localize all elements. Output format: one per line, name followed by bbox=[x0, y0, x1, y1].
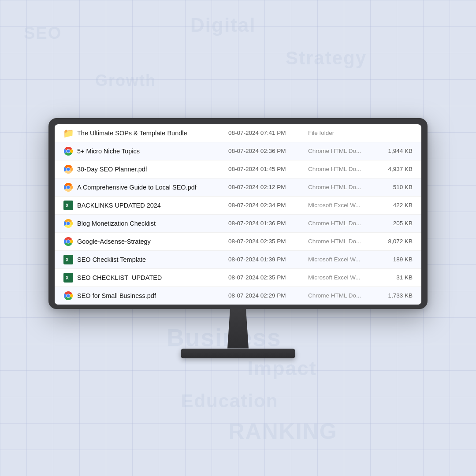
svg-point-23 bbox=[67, 294, 70, 297]
file-row[interactable]: Google-Adsense-Strategy 08-07-2024 02:35… bbox=[55, 232, 421, 250]
file-type-icon bbox=[63, 182, 73, 192]
file-date: 08-07-2024 02:36 PM bbox=[222, 142, 302, 160]
monitor-screen: 📁 The Ultimate SOPs & Template Bundle 08… bbox=[48, 118, 428, 309]
file-type: File folder bbox=[302, 124, 377, 142]
monitor: 📁 The Ultimate SOPs & Template Bundle 08… bbox=[48, 118, 428, 358]
file-name-cell: SEO for Small Business.pdf bbox=[63, 291, 216, 301]
file-name-cell: X SEO CHECKLIST_UPDATED bbox=[63, 273, 216, 283]
file-date: 08-07-2024 01:36 PM bbox=[222, 214, 302, 232]
file-name-cell: Blog Monetization Checklist bbox=[63, 219, 216, 228]
file-row[interactable]: A Comprehensive Guide to Local SEO.pdf 0… bbox=[55, 178, 421, 196]
file-date: 08-07-2024 02:34 PM bbox=[222, 196, 302, 214]
file-type: Microsoft Excel W... bbox=[302, 250, 377, 268]
svg-text:X: X bbox=[66, 275, 69, 280]
file-type-icon: X bbox=[63, 273, 73, 283]
monitor-base bbox=[181, 349, 295, 358]
file-type-icon bbox=[63, 237, 73, 246]
file-type: Chrome HTML Do... bbox=[302, 232, 377, 250]
file-name: The Ultimate SOPs & Template Bundle bbox=[77, 130, 187, 137]
file-type: Chrome HTML Do... bbox=[302, 286, 377, 305]
file-date: 08-07-2024 02:12 PM bbox=[222, 178, 302, 196]
excel-icon: X bbox=[63, 273, 73, 283]
excel-icon: X bbox=[63, 201, 73, 210]
file-date: 08-07-2024 02:35 PM bbox=[222, 232, 302, 250]
file-type-icon bbox=[63, 219, 73, 228]
file-row[interactable]: 5+ Micro Niche Topics 08-07-2024 02:36 P… bbox=[55, 142, 421, 160]
file-size bbox=[377, 124, 421, 142]
file-type-icon bbox=[63, 146, 73, 156]
file-size: 4,937 KB bbox=[377, 160, 421, 178]
file-name-cell: 📁 The Ultimate SOPs & Template Bundle bbox=[63, 128, 216, 138]
file-row[interactable]: SEO for Small Business.pdf 08-07-2024 02… bbox=[55, 286, 421, 305]
file-type-icon: X bbox=[63, 201, 73, 210]
file-name: 30-Day SEO Planner.pdf bbox=[77, 166, 147, 173]
monitor-neck bbox=[225, 309, 251, 349]
svg-point-16 bbox=[67, 240, 70, 243]
file-name-cell: Google-Adsense-Strategy bbox=[63, 237, 216, 246]
file-size: 189 KB bbox=[377, 250, 421, 268]
file-type: Microsoft Excel W... bbox=[302, 196, 377, 214]
file-size: 8,072 KB bbox=[377, 232, 421, 250]
file-type-icon bbox=[63, 291, 73, 301]
file-name-cell: 30-Day SEO Planner.pdf bbox=[63, 164, 216, 174]
svg-point-8 bbox=[67, 186, 70, 189]
file-name: 5+ Micro Niche Topics bbox=[77, 148, 140, 155]
file-type: Microsoft Excel W... bbox=[302, 268, 377, 286]
file-type: Chrome HTML Do... bbox=[302, 160, 377, 178]
file-date: 08-07-2024 01:45 PM bbox=[222, 160, 302, 178]
file-date: 08-07-2024 02:29 PM bbox=[222, 286, 302, 305]
file-size: 1,733 KB bbox=[377, 286, 421, 305]
file-name: Google-Adsense-Strategy bbox=[77, 238, 151, 245]
file-row[interactable]: X SEO Checklist Template 08-07-2024 01:3… bbox=[55, 250, 421, 268]
file-date: 08-07-2024 01:39 PM bbox=[222, 250, 302, 268]
file-name: Blog Monetization Checklist bbox=[77, 220, 156, 227]
file-row[interactable]: 📁 The Ultimate SOPs & Template Bundle 08… bbox=[55, 124, 421, 142]
file-type: Chrome HTML Do... bbox=[302, 142, 377, 160]
file-name: SEO for Small Business.pdf bbox=[77, 292, 156, 299]
file-size: 205 KB bbox=[377, 214, 421, 232]
file-name-cell: A Comprehensive Guide to Local SEO.pdf bbox=[63, 182, 216, 192]
file-size: 31 KB bbox=[377, 268, 421, 286]
file-date: 08-07-2024 07:41 PM bbox=[222, 124, 302, 142]
svg-text:X: X bbox=[66, 257, 69, 262]
file-type: Chrome HTML Do... bbox=[302, 178, 377, 196]
file-name-cell: X SEO Checklist Template bbox=[63, 255, 216, 264]
file-name: A Comprehensive Guide to Local SEO.pdf bbox=[77, 184, 197, 191]
file-name: SEO CHECKLIST_UPDATED bbox=[77, 274, 162, 281]
file-size: 1,944 KB bbox=[377, 142, 421, 160]
file-name-cell: X BACKLINKS UPDATED 2024 bbox=[63, 201, 216, 210]
file-type: Chrome HTML Do... bbox=[302, 214, 377, 232]
svg-point-13 bbox=[67, 222, 70, 225]
svg-text:X: X bbox=[66, 203, 69, 208]
file-name: BACKLINKS UPDATED 2024 bbox=[77, 202, 161, 209]
file-name: SEO Checklist Template bbox=[77, 256, 146, 263]
file-list: 📁 The Ultimate SOPs & Template Bundle 08… bbox=[55, 124, 421, 305]
file-type-icon: X bbox=[63, 255, 73, 264]
file-row[interactable]: X BACKLINKS UPDATED 2024 08-07-2024 02:3… bbox=[55, 196, 421, 214]
excel-icon: X bbox=[63, 255, 73, 264]
file-row[interactable]: Blog Monetization Checklist 08-07-2024 0… bbox=[55, 214, 421, 232]
file-row[interactable]: 30-Day SEO Planner.pdf 08-07-2024 01:45 … bbox=[55, 160, 421, 178]
svg-point-2 bbox=[67, 149, 70, 152]
file-size: 422 KB bbox=[377, 196, 421, 214]
file-type-icon: 📁 bbox=[63, 128, 73, 138]
svg-point-5 bbox=[67, 167, 70, 171]
screen-content: 📁 The Ultimate SOPs & Template Bundle 08… bbox=[55, 124, 421, 305]
file-date: 08-07-2024 02:35 PM bbox=[222, 268, 302, 286]
file-type-icon bbox=[63, 164, 73, 174]
file-size: 510 KB bbox=[377, 178, 421, 196]
file-row[interactable]: X SEO CHECKLIST_UPDATED 08-07-2024 02:35… bbox=[55, 268, 421, 286]
file-name-cell: 5+ Micro Niche Topics bbox=[63, 146, 216, 156]
